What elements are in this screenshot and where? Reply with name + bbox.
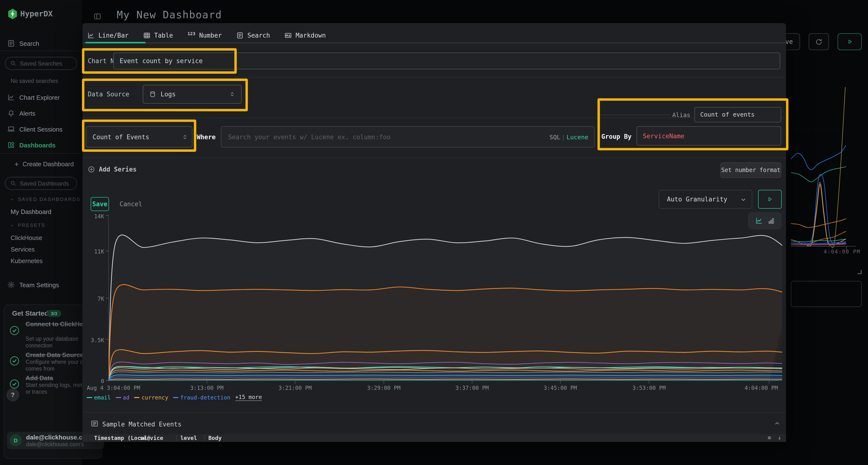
database-icon xyxy=(149,91,156,98)
laptop-icon xyxy=(7,125,15,133)
y-axis-tick-label: 14K xyxy=(85,213,104,220)
add-series-button[interactable]: Add Series xyxy=(88,166,137,173)
where-input[interactable]: Search your events w/ Lucene ex. column:… xyxy=(221,126,595,147)
tab-label: Number xyxy=(199,32,222,39)
sidebar-item-clickhouse[interactable]: ClickHouse xyxy=(10,234,42,241)
x-axis-tick-label: 3:37:00 PM xyxy=(453,385,491,391)
chart-icon xyxy=(7,94,15,101)
run-chart-button[interactable] xyxy=(758,190,782,209)
divider xyxy=(83,412,786,412)
group-by-label: Group By xyxy=(601,133,631,140)
sample-events-icon xyxy=(91,420,98,427)
legend-label: email xyxy=(94,394,111,401)
data-source-select[interactable]: Logs xyxy=(143,85,242,104)
divider xyxy=(83,77,786,77)
x-axis-tick-label: 3:53:00 PM xyxy=(630,385,669,391)
sidebar-item-client-sessions[interactable]: Client Sessions xyxy=(7,123,62,135)
create-dashboard-button[interactable]: + Create Dashboard xyxy=(14,161,74,168)
sidebar-item-my-dashboard[interactable]: My Dashboard xyxy=(10,208,51,215)
plus-icon: + xyxy=(14,161,19,168)
sidebar-item-label: Dashboards xyxy=(19,141,56,148)
sidebar-item-chart-explorer[interactable]: Chart Explorer xyxy=(7,92,60,103)
chart-type-toggle[interactable] xyxy=(748,212,782,229)
column-header-service[interactable]: service xyxy=(140,435,163,441)
save-button[interactable]: Save xyxy=(91,197,109,211)
no-saved-searches-label: No saved searches xyxy=(10,78,58,84)
sidebar-item-dashboards[interactable]: Dashboards xyxy=(7,139,56,151)
play-button[interactable] xyxy=(838,33,862,50)
collapse-section-icon[interactable] xyxy=(774,420,780,427)
sample-events-title: Sample Matched Events xyxy=(102,421,182,428)
saved-searches-input[interactable]: Saved Searches xyxy=(5,57,77,70)
presets-section-header[interactable]: PRESETS xyxy=(10,223,45,228)
saved-dashboards-input[interactable]: Saved Dashboards xyxy=(5,177,77,190)
hyperdx-logo-icon xyxy=(7,8,18,20)
sidebar-item-label: Chart Explorer xyxy=(19,94,60,101)
tab-line-bar[interactable]: Line/Bar xyxy=(87,32,128,39)
help-button[interactable]: ? xyxy=(6,388,19,401)
sidebar-item-kubernetes[interactable]: Kubernetes xyxy=(10,257,43,265)
gear-icon xyxy=(7,281,15,289)
number-123-icon: 123 xyxy=(188,31,195,36)
alias-input[interactable]: Count of events xyxy=(694,107,781,122)
plus-circle-icon xyxy=(88,166,95,173)
refresh-icon[interactable] xyxy=(809,33,829,50)
magnifier-icon xyxy=(10,180,17,187)
active-tab-underline xyxy=(85,42,146,43)
line-chart-icon xyxy=(87,32,94,39)
sql-toggle[interactable]: SQL xyxy=(550,133,560,141)
aggregation-select[interactable]: Count of Events xyxy=(86,126,192,147)
check-circle-icon xyxy=(9,325,20,336)
chevron-down-icon xyxy=(740,197,746,203)
legend-swatch xyxy=(134,397,140,398)
table-sort-icon[interactable]: ≡ xyxy=(768,434,771,441)
legend-label: currency xyxy=(142,394,168,401)
legend-item-ad[interactable]: ad xyxy=(116,394,129,401)
tab-search[interactable]: Search xyxy=(236,32,270,39)
saved-dashboards-section-header[interactable]: SAVED DASHBOARDS xyxy=(10,197,81,202)
tab-markdown[interactable]: Markdown xyxy=(284,32,326,39)
tab-table[interactable]: Table xyxy=(143,32,173,39)
sidebar-collapse-icon[interactable] xyxy=(94,12,101,20)
search-doc-icon xyxy=(7,39,15,47)
check-circle-icon xyxy=(9,356,20,366)
column-separator xyxy=(205,435,205,441)
group-by-input[interactable]: ServiceName xyxy=(637,126,781,145)
cancel-button[interactable]: Cancel xyxy=(120,200,142,208)
column-header-level[interactable]: level xyxy=(180,435,197,441)
legend-more-link[interactable]: +15 more xyxy=(235,394,262,401)
column-separator xyxy=(177,435,177,441)
chevron-down-icon xyxy=(10,197,14,202)
resize-handle-icon[interactable] xyxy=(858,270,862,274)
sidebar-item-alerts[interactable]: Alerts xyxy=(7,107,35,119)
doc-icon xyxy=(236,32,244,39)
column-header-body[interactable]: Body xyxy=(208,435,222,441)
select-updown-icon xyxy=(229,91,235,97)
where-placeholder: Search your events w/ Lucene ex. column:… xyxy=(228,133,390,141)
page-title: My New Dashboard xyxy=(117,9,222,21)
sidebar-item-team-settings[interactable]: Team Settings xyxy=(7,279,59,291)
sidebar-item-search[interactable]: Search xyxy=(7,38,39,49)
divider xyxy=(83,158,786,158)
chart-name-input[interactable]: Event count by service xyxy=(113,53,780,69)
tab-number[interactable]: 123Number xyxy=(188,32,222,39)
legend-item-email[interactable]: email xyxy=(87,394,111,401)
table-download-icon[interactable]: ↓ xyxy=(778,434,781,441)
line-chart-toggle-icon[interactable] xyxy=(755,217,763,225)
legend-item-currency[interactable]: currency xyxy=(134,394,168,401)
chart-legend: emailadcurrencyfraud-detection+15 more xyxy=(87,394,262,401)
tab-label: Search xyxy=(247,32,270,39)
legend-item-fraud-detection[interactable]: fraud-detection xyxy=(173,394,230,401)
background-panel-outline xyxy=(791,281,862,307)
granularity-select[interactable]: Auto Granularity xyxy=(659,190,752,209)
get-started-badge: 3/3 xyxy=(47,310,61,317)
dashboard-icon xyxy=(7,141,15,149)
sidebar-item-services[interactable]: Services xyxy=(10,246,35,253)
bell-icon xyxy=(7,109,15,117)
bar-chart-toggle-icon[interactable] xyxy=(768,217,775,224)
set-number-format-button[interactable]: Set number format xyxy=(720,162,781,178)
legend-label: ad xyxy=(123,394,129,401)
x-axis-tick-label: 3:45:00 PM xyxy=(541,385,580,391)
lucene-toggle[interactable]: Lucene xyxy=(567,133,588,141)
tab-track xyxy=(83,42,786,43)
